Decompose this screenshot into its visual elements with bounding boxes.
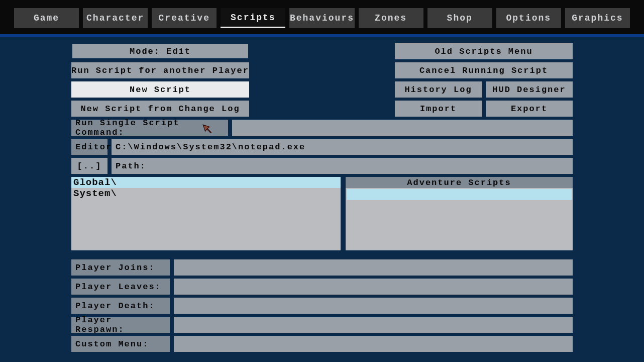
old-scripts-menu-button[interactable]: Old Scripts Menu	[394, 42, 574, 60]
hud-designer-button[interactable]: HUD Designer	[485, 80, 574, 99]
player-joins-label: Player Joins:	[70, 258, 171, 277]
history-log-button[interactable]: History Log	[394, 80, 483, 99]
tab-character[interactable]: Character	[83, 8, 148, 28]
run-for-player-button[interactable]: Run Script for another Player	[70, 61, 250, 79]
tab-behaviours[interactable]: Behaviours	[289, 8, 354, 28]
cancel-running-button[interactable]: Cancel Running Script	[394, 61, 574, 79]
player-joins-value[interactable]	[173, 258, 574, 277]
main-panel: Mode: Edit Old Scripts Menu Run Script f…	[0, 37, 644, 362]
folder-global[interactable]: Global\	[71, 177, 341, 188]
top-tab-bar: Game Character Creative Scripts Behaviou…	[0, 0, 644, 34]
player-respawn-value[interactable]	[173, 316, 574, 334]
run-single-label: Run Single Script Command:	[70, 119, 229, 137]
path-label: Path:	[116, 161, 146, 171]
tab-scripts[interactable]: Scripts	[221, 8, 285, 28]
tab-zones[interactable]: Zones	[359, 8, 423, 28]
editor-label: Editor:	[70, 138, 109, 156]
player-leaves-label: Player Leaves:	[70, 278, 171, 296]
player-death-value[interactable]	[173, 297, 574, 315]
import-button[interactable]: Import	[394, 100, 483, 118]
player-leaves-value[interactable]	[173, 278, 574, 296]
run-single-input[interactable]	[231, 119, 574, 137]
export-button[interactable]: Export	[485, 100, 574, 118]
new-from-log-button[interactable]: New Script from Change Log	[70, 100, 250, 118]
updir-button[interactable]: [..]	[70, 157, 109, 175]
player-respawn-label: Player Respawn:	[70, 316, 171, 334]
tab-options[interactable]: Options	[496, 8, 561, 28]
tab-creative[interactable]: Creative	[152, 8, 217, 28]
mode-button[interactable]: Mode: Edit	[70, 42, 250, 60]
new-script-button[interactable]: New Script	[70, 80, 250, 99]
path-input[interactable]: Path:	[111, 157, 574, 175]
adventure-scripts-list[interactable]	[346, 188, 573, 250]
custom-menu-value[interactable]	[173, 335, 574, 353]
tab-game[interactable]: Game	[14, 8, 79, 28]
folder-list[interactable]: Global\ System\	[70, 176, 342, 251]
tab-shop[interactable]: Shop	[427, 8, 492, 28]
custom-menu-label: Custom Menu:	[70, 335, 171, 353]
folder-system[interactable]: System\	[71, 188, 341, 199]
adventure-script-selected[interactable]	[347, 189, 572, 200]
editor-input[interactable]: C:\Windows\System32\notepad.exe	[111, 138, 574, 156]
player-death-label: Player Death:	[70, 297, 171, 315]
tab-graphics[interactable]: Graphics	[565, 8, 630, 28]
adventure-scripts-header: Adventure Scripts	[346, 177, 573, 188]
